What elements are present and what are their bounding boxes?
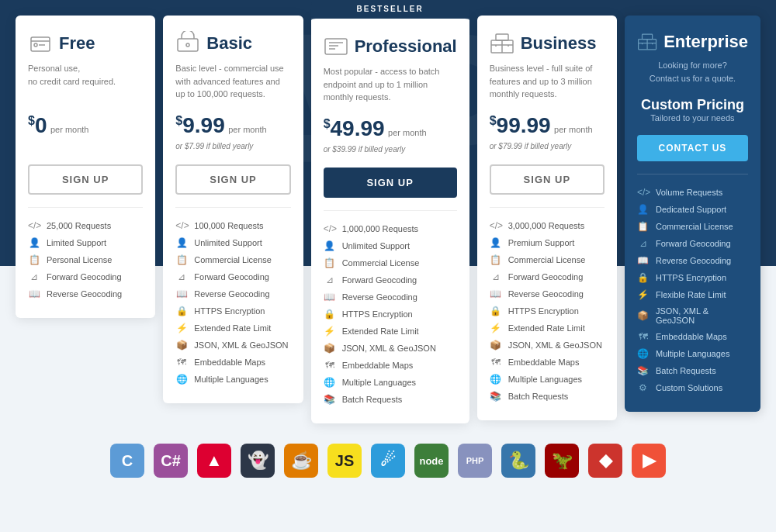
bus-f5: 📖Reverse Geocoding [490, 285, 605, 302]
pro-f10: 🌐Multiple Languages [324, 374, 457, 391]
bestseller-badge: BESTSELLER [311, 2, 469, 16]
reverse-icon: 📖 [28, 288, 40, 299]
plan-card-business: Business Business level - full suite of … [477, 16, 617, 420]
business-price: $99.99 [490, 113, 551, 137]
basic-f9: 🗺Embeddable Maps [175, 354, 290, 371]
pi4: ⊿ [324, 275, 336, 285]
svg-rect-8 [643, 34, 653, 40]
business-plan-desc: Business level - full suite of features … [490, 62, 605, 102]
free-plan-name: Free [59, 33, 95, 54]
support-icon: 👤 [28, 237, 40, 248]
free-feature-4: ⊿ Forward Geocoding [28, 268, 143, 285]
business-price-alt: or $79.99 if billed yearly [490, 142, 572, 150]
svg-point-1 [34, 43, 37, 47]
basic-price-section: $9.99 per month or $7.99 if billed yearl… [175, 113, 290, 154]
plan-card-professional: BESTSELLER Professional Most popular - a… [311, 16, 469, 423]
bi7: ⚡ [490, 323, 502, 333]
svg-point-3 [186, 43, 189, 47]
free-feature-2: 👤 Limited Support [28, 234, 143, 251]
ent-f11: 📚Batch Requests [637, 362, 748, 379]
enterprise-plan-desc: Looking for more? Contact us for a quote… [637, 59, 748, 85]
ent-f1: </>Volume Requests [637, 184, 748, 201]
ent-f8: 📦JSON, XML & GeoJSON [637, 303, 748, 328]
basic-price-period: per month [228, 125, 267, 134]
custom-pricing-sub: Tailored to your needs [637, 113, 748, 123]
pro-divider [324, 210, 457, 211]
basic-signup-button[interactable]: SIGN UP [175, 164, 290, 195]
page-wrapper: API Free Personal use,no credit card req… [0, 0, 776, 532]
ent-f2: 👤Dedicated Support [637, 201, 748, 218]
business-divider [490, 207, 605, 208]
ri8: 📦 [175, 340, 188, 351]
pro-plan-name: Professional [355, 36, 457, 57]
pro-price-alt: or $39.99 if billed yearly [324, 145, 406, 154]
basic-plan-icon: Basic [175, 31, 290, 56]
ent-f5: 📖Reverse Geocoding [637, 252, 748, 269]
business-signup-button[interactable]: SIGN UP [490, 164, 605, 195]
pro-plan-icon: Professional [324, 34, 457, 59]
logo-php: PHP [458, 444, 492, 478]
logo-rails: 🦖 [545, 444, 579, 478]
pro-f4: ⊿Forward Geocoding [324, 271, 457, 288]
bi8: 📦 [490, 340, 502, 351]
bi10: 🌐 [490, 374, 502, 385]
pro-signup-button[interactable]: SIGN UP [324, 168, 457, 198]
logo-ghost: 👻 [241, 444, 275, 478]
basic-f8: 📦JSON, XML & GeoJSON [175, 337, 290, 354]
ei8: 📦 [637, 310, 650, 321]
ri3: 📋 [175, 254, 188, 265]
basic-plan-desc: Basic level - commercial use with advanc… [175, 62, 290, 102]
basic-f5: 📖Reverse Geocoding [175, 285, 290, 302]
logo-cpp: C# [154, 444, 188, 478]
ri9: 🗺 [175, 357, 188, 368]
contact-us-button[interactable]: CONTACT US [637, 135, 748, 161]
logo-c: C [110, 444, 144, 478]
plan-card-basic: Basic Basic level - commercial use with … [163, 16, 303, 403]
ent-f12: ⚙Custom Solutions [637, 379, 748, 396]
requests-icon: </> [28, 220, 40, 231]
bus-f2: 👤Premium Support [490, 234, 605, 251]
license-icon: 📋 [28, 254, 40, 265]
basic-price-alt: or $7.99 if billed yearly [175, 142, 253, 150]
free-price-period: per month [50, 125, 89, 134]
ri7: ⚡ [175, 323, 188, 333]
bus-f7: ⚡Extended Rate Limit [490, 320, 605, 337]
ri6: 🔒 [175, 306, 188, 316]
bi11: 📚 [490, 391, 502, 402]
ei4: ⊿ [637, 238, 650, 249]
bi1: </> [490, 220, 502, 231]
basic-f1: </>100,000 Requests [175, 217, 290, 234]
ent-f10: 🌐Multiple Languages [637, 345, 748, 362]
plan-card-free: Free Personal use,no credit card require… [16, 16, 155, 318]
pi9: 🗺 [324, 360, 336, 371]
pro-f5: 📖Reverse Geocoding [324, 288, 457, 306]
ei9: 🗺 [637, 331, 650, 342]
business-plan-icon: Business [490, 31, 605, 56]
bus-f11: 📚Batch Requests [490, 388, 605, 405]
free-signup-button[interactable]: SIGN UP [28, 164, 143, 195]
free-divider [28, 207, 143, 208]
pi1: </> [324, 223, 336, 234]
ei2: 👤 [637, 204, 650, 215]
logo-java: ☕ [284, 444, 318, 478]
free-feature-1: </> 25,000 Requests [28, 217, 143, 234]
ei1: </> [637, 187, 650, 198]
ri5: 📖 [175, 288, 188, 299]
free-feature-3: 📋 Personal License [28, 251, 143, 268]
pro-f6: 🔒HTTPS Encryption [324, 306, 457, 323]
basic-f2: 👤Unlimited Support [175, 234, 290, 251]
enterprise-plan-icon: Enterprise [637, 31, 748, 53]
basic-plan-name: Basic [206, 33, 252, 54]
logo-node: node [414, 444, 449, 478]
ei10: 🌐 [637, 348, 650, 359]
pi10: 🌐 [324, 377, 336, 388]
basic-divider [175, 207, 290, 208]
pro-plan-desc: Most popular - access to batch endpoint … [324, 65, 457, 105]
pi2: 👤 [324, 240, 336, 251]
pi7: ⚡ [324, 326, 336, 337]
pro-f1: </>1,000,000 Requests [324, 220, 457, 237]
pro-price-period: per month [388, 128, 427, 137]
plans-grid: Free Personal use,no credit card require… [16, 16, 760, 423]
bus-f4: ⊿Forward Geocoding [490, 268, 605, 285]
ei12: ⚙ [637, 382, 650, 393]
